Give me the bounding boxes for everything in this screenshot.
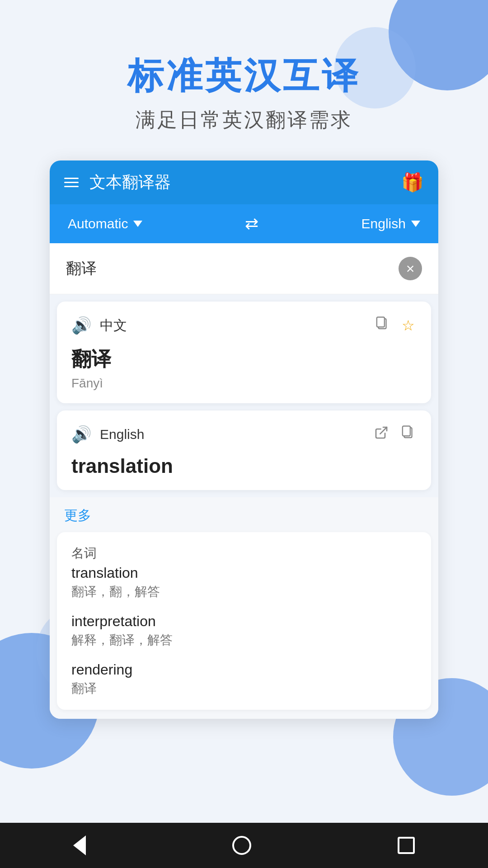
language-bar: Automatic ⇄ English [50, 204, 438, 243]
hamburger-line-1 [64, 178, 79, 179]
header-section: 标准英汉互译 满足日常英汉翻译需求 [0, 0, 488, 160]
hamburger-menu-button[interactable] [64, 178, 79, 187]
english-lang-label: English [100, 427, 144, 442]
english-result-card: 🔊 English transl [57, 410, 431, 490]
top-bar: 文本翻译器 🎁 [50, 160, 438, 204]
app-title: 文本翻译器 [89, 171, 171, 193]
dict-entry-2: rendering 翻译 [71, 661, 417, 697]
english-speaker-button[interactable]: 🔊 [71, 425, 92, 444]
source-language-button[interactable]: Automatic [68, 216, 142, 231]
dict-word-0: translation [71, 565, 417, 581]
favorite-chinese-button[interactable]: ☆ [400, 314, 417, 337]
hamburger-line-3 [64, 186, 79, 187]
copy-chinese-button[interactable] [374, 314, 391, 337]
dict-word-2: rendering [71, 661, 417, 678]
chinese-result-actions: ☆ [374, 314, 417, 337]
english-lang-left: 🔊 English [71, 425, 144, 444]
source-lang-dropdown-arrow [133, 221, 142, 227]
english-result-actions [372, 423, 417, 446]
target-lang-dropdown-arrow [411, 221, 420, 227]
nav-back-button[interactable] [73, 835, 86, 855]
nav-square-icon [398, 837, 415, 854]
source-language-label: Automatic [68, 216, 128, 231]
bottom-nav [0, 823, 488, 868]
input-section: 翻译 [50, 243, 438, 294]
dict-def-2: 翻译 [71, 680, 417, 697]
more-label: 更多 [57, 497, 431, 532]
dict-word-1: interpretation [71, 613, 417, 630]
app-container: 文本翻译器 🎁 Automatic ⇄ English 翻译 🔊 中文 [50, 160, 438, 719]
swap-languages-button[interactable]: ⇄ [245, 214, 258, 233]
nav-back-icon [73, 835, 86, 855]
english-result-text: translation [71, 455, 417, 477]
copy-icon [375, 316, 389, 331]
svg-rect-1 [377, 317, 385, 327]
svg-rect-4 [403, 426, 410, 436]
target-language-button[interactable]: English [361, 216, 420, 231]
chinese-lang-left: 🔊 中文 [71, 316, 127, 335]
top-bar-left: 文本翻译器 [64, 171, 171, 193]
copy-icon-2 [401, 425, 415, 440]
target-language-label: English [361, 216, 406, 231]
nav-recents-button[interactable] [398, 837, 415, 854]
gift-icon[interactable]: 🎁 [401, 172, 424, 193]
main-title: 标准英汉互译 [0, 54, 488, 98]
more-section: 更多 名词 translation 翻译，翻，解答 interpretation… [50, 497, 438, 719]
external-link-english-button[interactable] [372, 423, 390, 446]
sub-title: 满足日常英汉翻译需求 [0, 107, 488, 133]
dict-entry-1: interpretation 解释，翻译，解答 [71, 613, 417, 649]
dict-def-1: 解释，翻译，解答 [71, 632, 417, 649]
svg-line-2 [380, 427, 387, 434]
dict-def-0: 翻译，翻，解答 [71, 583, 417, 600]
clear-input-button[interactable] [399, 257, 422, 280]
chinese-lang-label: 中文 [100, 316, 127, 335]
chinese-result-card: 🔊 中文 ☆ 翻译 Fānyì [57, 302, 431, 403]
nav-home-icon [232, 836, 251, 855]
nav-home-button[interactable] [232, 836, 251, 855]
more-entries-card: 名词 translation 翻译，翻，解答 interpretation 解释… [57, 532, 431, 710]
dict-entry-0: 名词 translation 翻译，翻，解答 [71, 545, 417, 600]
external-link-icon [374, 425, 389, 440]
copy-english-button[interactable] [399, 423, 417, 446]
translation-input[interactable]: 翻译 [66, 258, 399, 279]
chinese-speaker-button[interactable]: 🔊 [71, 316, 92, 335]
chinese-result-pinyin: Fānyì [71, 376, 417, 391]
chinese-result-header: 🔊 中文 ☆ [71, 314, 417, 337]
dict-pos-0: 名词 [71, 545, 417, 562]
chinese-result-text: 翻译 [71, 346, 417, 373]
english-result-header: 🔊 English [71, 423, 417, 446]
hamburger-line-2 [64, 182, 79, 183]
